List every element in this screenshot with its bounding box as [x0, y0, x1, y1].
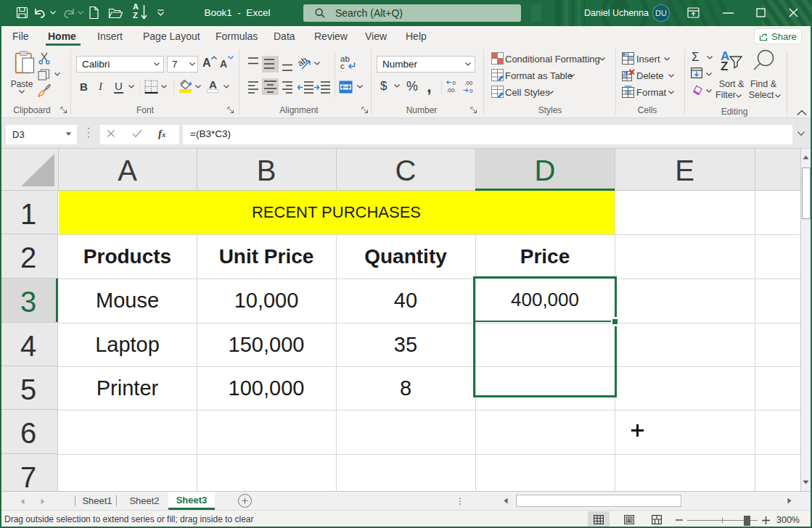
svg-text:.00: .00 [464, 80, 473, 86]
svg-text:0: 0 [469, 88, 473, 94]
svg-text:.00: .00 [446, 87, 455, 94]
svg-text:0: 0 [453, 80, 456, 86]
